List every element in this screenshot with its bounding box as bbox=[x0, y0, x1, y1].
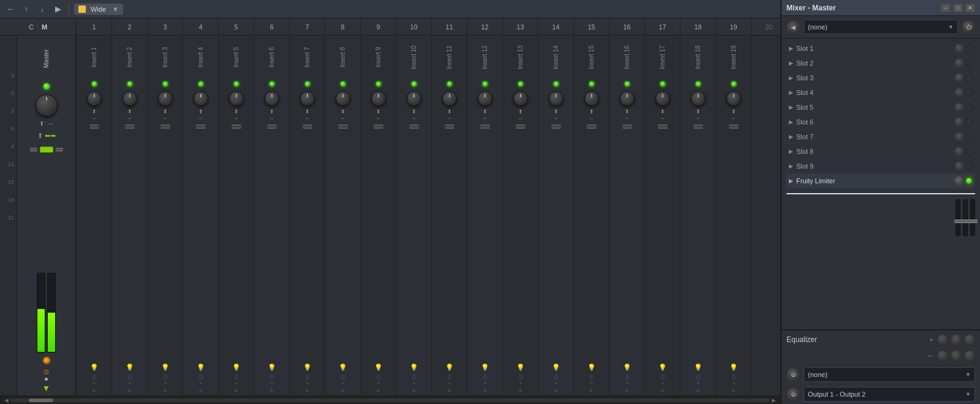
insert-13-led[interactable] bbox=[518, 82, 523, 86]
insert-9-fader[interactable] bbox=[374, 124, 383, 129]
insert-3-led[interactable] bbox=[163, 82, 168, 86]
insert-11-fader[interactable] bbox=[445, 124, 454, 129]
insert-19-knob[interactable] bbox=[726, 91, 741, 106]
master-fader-left[interactable] bbox=[29, 147, 38, 152]
insert-8-fader[interactable] bbox=[338, 124, 348, 129]
insert-1-led[interactable] bbox=[92, 82, 97, 86]
scroll-left-arrow[interactable]: ◀ bbox=[2, 397, 10, 403]
insert-17-fader[interactable] bbox=[658, 124, 668, 129]
insert-16-led[interactable] bbox=[625, 82, 630, 86]
minimize-button[interactable]: − bbox=[941, 4, 951, 12]
insert-16-fader[interactable] bbox=[622, 124, 632, 129]
insert-6-knob[interactable] bbox=[265, 91, 279, 106]
fruity-limiter-item[interactable]: ▶ Fruity Limiter bbox=[786, 173, 975, 188]
insert-9-knob[interactable] bbox=[371, 91, 386, 106]
insert-11-knob[interactable] bbox=[442, 91, 457, 106]
slot-2-btn[interactable] bbox=[954, 58, 964, 68]
insert-7-led[interactable] bbox=[305, 82, 310, 86]
insert-14-fader[interactable] bbox=[551, 124, 561, 129]
insert-back-button[interactable]: ◀ bbox=[786, 20, 800, 34]
insert-19-fader[interactable] bbox=[729, 124, 739, 129]
scroll-right-arrow[interactable]: ▶ bbox=[770, 397, 778, 403]
slot-3-btn[interactable] bbox=[954, 73, 964, 83]
insert-17-knob[interactable] bbox=[655, 91, 670, 106]
insert-11-led[interactable] bbox=[447, 82, 452, 86]
master-led[interactable] bbox=[43, 83, 50, 90]
insert-8-led[interactable] bbox=[341, 82, 345, 86]
right-fader-1[interactable] bbox=[956, 199, 960, 236]
view-select[interactable]: Wide ▼ bbox=[74, 4, 123, 15]
close-button[interactable]: ✕ bbox=[965, 4, 975, 12]
insert-18-knob[interactable] bbox=[691, 91, 706, 106]
insert-15-knob[interactable] bbox=[584, 91, 599, 106]
eq-small-btn-2[interactable]: ↔ bbox=[925, 352, 935, 359]
down-icon[interactable]: ↓ bbox=[37, 4, 48, 15]
insert-2-knob[interactable] bbox=[123, 91, 137, 106]
insert-9-led[interactable] bbox=[376, 82, 381, 86]
slot-3-item[interactable]: ▶ Slot 3 bbox=[786, 71, 975, 85]
insert-10-led[interactable] bbox=[412, 82, 417, 86]
fruity-limiter-btn[interactable] bbox=[954, 176, 964, 186]
insert-10-fader[interactable] bbox=[409, 124, 419, 129]
master-knob[interactable] bbox=[36, 94, 58, 116]
right-fader-3[interactable] bbox=[970, 199, 975, 236]
insert-2-led[interactable] bbox=[127, 82, 132, 86]
eq-small-btn-1[interactable]: « bbox=[928, 336, 935, 343]
master-send-down[interactable]: ▼ bbox=[42, 383, 51, 395]
slot-1-btn[interactable] bbox=[954, 44, 964, 53]
insert-19-led[interactable] bbox=[731, 82, 736, 86]
up-icon[interactable]: ↑ bbox=[21, 4, 32, 15]
slot-4-btn[interactable] bbox=[954, 88, 964, 97]
scroll-track[interactable] bbox=[10, 398, 770, 402]
eq-round-btn-3[interactable] bbox=[964, 334, 975, 345]
insert-1-knob[interactable] bbox=[87, 91, 102, 106]
insert-12-fader[interactable] bbox=[480, 124, 490, 129]
none-output-icon[interactable]: ⏻ bbox=[786, 368, 800, 381]
slot-2-item[interactable]: ▶ Slot 2 bbox=[786, 56, 975, 71]
insert-7-knob[interactable] bbox=[300, 91, 315, 106]
insert-14-knob[interactable] bbox=[549, 91, 564, 106]
eq-round-btn-6[interactable] bbox=[964, 350, 975, 361]
eq-round-btn-5[interactable] bbox=[951, 350, 962, 361]
slot-9-btn[interactable] bbox=[954, 161, 964, 171]
insert-15-led[interactable] bbox=[589, 82, 594, 86]
slot-8-item[interactable]: ▶ Slot 8 bbox=[786, 144, 975, 159]
eq-round-btn-4[interactable] bbox=[937, 350, 948, 361]
insert-18-led[interactable] bbox=[696, 82, 701, 86]
eq-round-btn-2[interactable] bbox=[951, 334, 962, 345]
insert-15-fader[interactable] bbox=[587, 124, 597, 129]
insert-4-fader[interactable] bbox=[196, 124, 206, 129]
slot-4-item[interactable]: ▶ Slot 4 bbox=[786, 85, 975, 100]
slot-7-btn[interactable] bbox=[954, 132, 964, 142]
insert-12-knob[interactable] bbox=[478, 91, 492, 106]
insert-4-led[interactable] bbox=[198, 82, 203, 86]
insert-5-knob[interactable] bbox=[229, 91, 244, 106]
insert-17-led[interactable] bbox=[660, 82, 665, 86]
insert-5-fader[interactable] bbox=[232, 124, 241, 129]
master-clock-icon[interactable]: ⊙ bbox=[43, 368, 49, 376]
insert-4-knob[interactable] bbox=[194, 91, 208, 106]
none-output-dropdown[interactable]: (none) ▼ bbox=[804, 367, 975, 382]
insert-6-led[interactable] bbox=[270, 82, 274, 86]
insert-14-led[interactable] bbox=[554, 82, 559, 86]
right-fader-3-thumb[interactable] bbox=[969, 219, 978, 223]
play-icon[interactable]: ▶ bbox=[53, 4, 64, 15]
slot-1-item[interactable]: ▶ Slot 1 bbox=[786, 41, 975, 56]
insert-13-fader[interactable] bbox=[516, 124, 526, 129]
slot-6-btn[interactable] bbox=[954, 117, 964, 127]
restore-button[interactable]: □ bbox=[953, 4, 963, 12]
insert-2-fader[interactable] bbox=[125, 124, 135, 129]
insert-5-led[interactable] bbox=[234, 82, 239, 86]
master-led-orange[interactable] bbox=[43, 357, 50, 364]
insert-8-knob[interactable] bbox=[336, 91, 350, 106]
back-icon[interactable]: ← bbox=[5, 4, 16, 15]
output-icon[interactable]: ⏻ bbox=[786, 387, 800, 401]
insert-6-fader[interactable] bbox=[267, 124, 277, 129]
insert-18-fader[interactable] bbox=[693, 124, 703, 129]
output-dropdown[interactable]: Output 1 - Output 2 ▼ bbox=[804, 387, 975, 402]
insert-3-knob[interactable] bbox=[158, 91, 173, 106]
slot-5-item[interactable]: ▶ Slot 5 bbox=[786, 100, 975, 115]
master-dot[interactable] bbox=[45, 378, 48, 381]
insert-power-button[interactable]: ⏻ bbox=[962, 20, 975, 34]
insert-7-fader[interactable] bbox=[303, 124, 312, 129]
